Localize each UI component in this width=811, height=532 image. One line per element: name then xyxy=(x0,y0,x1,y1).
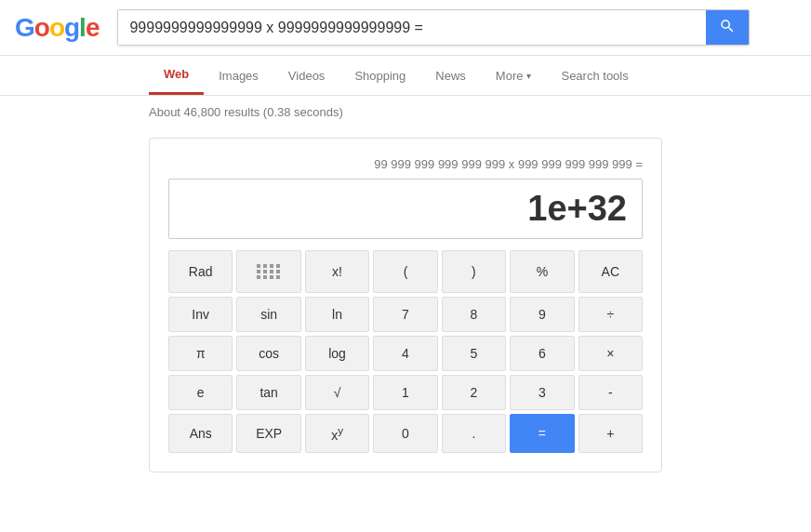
btn-6[interactable]: 6 xyxy=(510,336,574,371)
tab-videos[interactable]: Videos xyxy=(273,58,340,94)
btn-grid[interactable] xyxy=(236,250,300,293)
search-button[interactable] xyxy=(706,10,749,45)
btn-log[interactable]: log xyxy=(305,336,369,371)
btn-exp[interactable]: EXP xyxy=(236,414,300,453)
tab-search-tools[interactable]: Search tools xyxy=(546,58,643,94)
search-input[interactable]: 9999999999999999 x 9999999999999999 = xyxy=(118,10,706,45)
btn-rparen[interactable]: ) xyxy=(442,250,506,293)
calc-display: 1e+32 xyxy=(168,179,643,239)
btn-5[interactable]: 5 xyxy=(442,336,506,371)
tab-shopping[interactable]: Shopping xyxy=(339,58,420,94)
btn-equals[interactable]: = xyxy=(510,414,574,453)
btn-1[interactable]: 1 xyxy=(373,375,437,410)
btn-0[interactable]: 0 xyxy=(373,414,437,453)
search-bar: 9999999999999999 x 9999999999999999 = xyxy=(117,9,750,46)
btn-3[interactable]: 3 xyxy=(510,375,574,410)
btn-8[interactable]: 8 xyxy=(442,297,506,332)
btn-7[interactable]: 7 xyxy=(373,297,437,332)
header: Google 9999999999999999 x 99999999999999… xyxy=(0,0,811,56)
tab-more[interactable]: More ▾ xyxy=(481,58,547,94)
search-icon xyxy=(719,18,736,34)
btn-ac[interactable]: AC xyxy=(578,250,643,293)
btn-inv[interactable]: Inv xyxy=(168,297,233,332)
btn-tan[interactable]: tan xyxy=(236,375,300,410)
calc-buttons: Rad x! ( ) % AC Inv sin ln 7 8 9 ÷ π cos… xyxy=(168,250,643,453)
calc-expression: 99 999 999 999 999 999 x 999 999 999 999… xyxy=(168,157,643,171)
btn-rad[interactable]: Rad xyxy=(168,250,233,293)
more-dropdown-arrow: ▾ xyxy=(526,71,531,81)
btn-e[interactable]: e xyxy=(168,375,233,410)
btn-lparen[interactable]: ( xyxy=(373,250,437,293)
btn-percent[interactable]: % xyxy=(510,250,574,293)
tab-images[interactable]: Images xyxy=(204,58,273,94)
btn-sin[interactable]: sin xyxy=(236,297,300,332)
btn-add[interactable]: + xyxy=(578,414,643,453)
tab-web[interactable]: Web xyxy=(149,56,204,95)
btn-xy[interactable]: xy xyxy=(305,414,369,453)
results-count: About 46,800 results (0.38 seconds) xyxy=(149,105,343,119)
btn-factorial[interactable]: x! xyxy=(305,250,369,293)
btn-decimal[interactable]: . xyxy=(442,414,506,453)
btn-9[interactable]: 9 xyxy=(510,297,574,332)
btn-ln[interactable]: ln xyxy=(305,297,369,332)
btn-divide[interactable]: ÷ xyxy=(578,297,643,332)
btn-multiply[interactable]: × xyxy=(578,336,643,371)
btn-sqrt[interactable]: √ xyxy=(305,375,369,410)
calculator-card: 99 999 999 999 999 999 x 999 999 999 999… xyxy=(149,138,662,472)
btn-cos[interactable]: cos xyxy=(236,336,300,371)
btn-pi[interactable]: π xyxy=(168,336,233,371)
btn-subtract[interactable]: - xyxy=(578,375,643,410)
nav-tabs: Web Images Videos Shopping News More ▾ S… xyxy=(0,56,811,96)
tab-news[interactable]: News xyxy=(420,58,481,94)
google-logo[interactable]: Google xyxy=(15,13,99,43)
btn-ans[interactable]: Ans xyxy=(168,414,233,453)
grid-dots-icon xyxy=(253,260,285,283)
results-info: About 46,800 results (0.38 seconds) xyxy=(0,96,811,128)
btn-2[interactable]: 2 xyxy=(442,375,506,410)
btn-4[interactable]: 4 xyxy=(373,336,437,371)
